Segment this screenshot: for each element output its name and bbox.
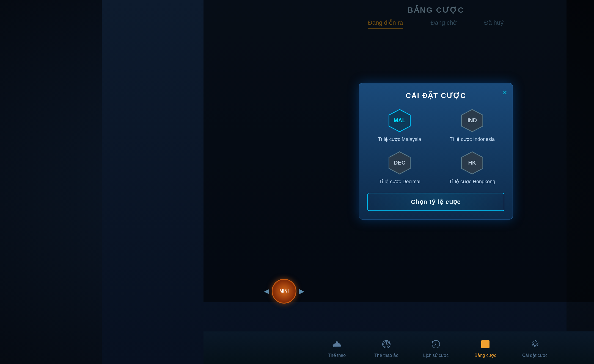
mal-label: MAL [394,117,405,124]
svg-line-12 [434,344,436,345]
mini-label: MINI [279,288,289,294]
hk-hexagon: HK [460,151,485,175]
dec-text: Tỉ lệ cược Decimal [379,179,420,185]
nav-cai-dat-cuoc-label: Cài đặt cược [522,353,548,358]
ind-text: Tỉ lệ cược Indonesia [450,136,495,142]
ind-label: IND [468,117,477,124]
nav-the-thao-ao-label: Thể thao ảo [374,353,398,358]
virtual-sports-icon [380,337,393,351]
mini-icon-container: ◀ MINI ▶ [264,279,304,304]
modal-overlay: × CÀI ĐẶT CƯỢC MAL Tỉ lệ cược Malaysia [204,0,594,302]
nav-cai-dat-cuoc[interactable]: Cài đặt cược [510,335,560,361]
board-icon [479,337,492,351]
bottom-navigation: Thể thao Thể thao ảo [204,331,594,364]
options-grid: MAL Tỉ lệ cược Malaysia IND Tỉ lệ cược I… [367,108,504,185]
modal-close-button[interactable]: × [503,89,507,96]
main-content: BẢNG CƯỢC Đang diễn ra Đang chờ Đã huỷ ×… [102,0,566,364]
mini-circle[interactable]: MINI [272,279,296,304]
option-mal[interactable]: MAL Tỉ lệ cược Malaysia [367,108,432,142]
nav-bang-cuoc-label: Bảng cược [475,353,496,358]
dec-label: DEC [394,160,405,166]
nav-the-thao-label: Thể thao [328,353,346,358]
option-dec[interactable]: DEC Tỉ lệ cược Decimal [367,151,432,185]
modal-dialog: × CÀI ĐẶT CƯỢC MAL Tỉ lệ cược Malaysia [359,83,513,219]
ind-hexagon: IND [460,108,485,133]
mini-arrow-left[interactable]: ◀ [264,287,269,295]
hk-text: Tỉ lệ cược Hongkong [449,179,495,185]
mini-arrow-right[interactable]: ▶ [299,287,304,295]
select-odds-button[interactable]: Chọn tỷ lệ cược [367,193,504,211]
modal-title: CÀI ĐẶT CƯỢC [367,91,504,100]
sports-icon [330,337,344,351]
option-ind[interactable]: IND Tỉ lệ cược Indonesia [440,108,504,142]
history-icon [429,337,443,351]
mal-hexagon: MAL [387,108,412,133]
mal-text: Tỉ lệ cược Malaysia [378,136,421,142]
nav-the-thao-ao[interactable]: Thể thao ảo [362,335,411,361]
nav-lich-su-cuoc[interactable]: Lịch sử cược [411,335,461,361]
nav-bang-cuoc[interactable]: Bảng cược [461,335,510,361]
hk-label: HK [468,160,476,166]
option-hk[interactable]: HK Tỉ lệ cược Hongkong [440,151,504,185]
settings-icon [528,337,542,351]
svg-point-19 [534,343,536,346]
dec-hexagon: DEC [387,151,412,175]
nav-the-thao[interactable]: Thể thao [312,335,362,361]
nav-lich-su-cuoc-label: Lịch sử cược [423,353,449,358]
